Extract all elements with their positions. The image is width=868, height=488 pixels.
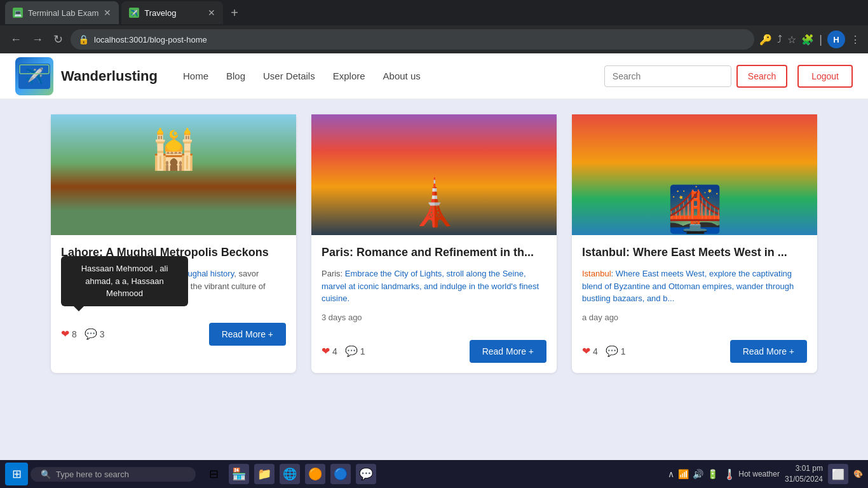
taskbar-app-icons: ⊟ 🏪 📁 🌐 🟠 🔵 💬 — [203, 464, 376, 484]
search-input[interactable] — [604, 65, 731, 87]
comment-area-istanbul[interactable]: 💬 1 — [606, 345, 626, 357]
nav-user-details[interactable]: User Details — [263, 71, 315, 81]
card-meta-istanbul: a day ago — [582, 313, 807, 322]
comment-area-paris[interactable]: 💬 1 — [345, 345, 365, 357]
show-desktop-button[interactable]: ⬜ — [828, 464, 848, 484]
like-count-lahore: 8 — [72, 329, 77, 339]
system-tray: ∧ 📶 🔊 🔋 — [668, 469, 718, 479]
card-meta-paris: 3 days ago — [322, 313, 546, 322]
excerpt-link-paris[interactable]: Embrace the City of Lights, stroll along… — [322, 269, 539, 303]
like-area-lahore[interactable]: ❤ 8 — [61, 328, 77, 340]
profile-icon[interactable]: H — [827, 30, 845, 48]
app-content: ✈️ Wanderlusting Home Blog User Details … — [0, 53, 868, 460]
comment-icon-paris: 💬 — [345, 345, 358, 357]
logo-image: ✈️ — [15, 57, 53, 95]
taskbar-icon-whatsapp[interactable]: 💬 — [356, 464, 376, 484]
heart-icon-istanbul: ❤ — [582, 345, 590, 357]
card-image-istanbul — [572, 114, 817, 235]
comment-count-paris: 1 — [360, 346, 365, 356]
browser-nav-bar: ← → ↻ 🔒 localhost:3001/blog-post-home 🔑 … — [0, 25, 868, 53]
like-count-paris: 4 — [332, 346, 337, 356]
url-text: localhost:3001/blog-post-home — [94, 35, 207, 44]
tab-travelog[interactable]: ✈️ Travelog ✕ — [121, 1, 223, 24]
nav-blog[interactable]: Blog — [226, 71, 245, 81]
extension-icon[interactable]: 🧩 — [801, 34, 814, 46]
app-header: ✈️ Wanderlusting Home Blog User Details … — [0, 53, 868, 99]
start-button[interactable]: ⊞ — [5, 463, 28, 485]
taskbar-search-text: Type here to search — [56, 470, 129, 479]
tray-up-arrow[interactable]: ∧ — [668, 469, 674, 479]
comment-count-lahore: 3 — [100, 329, 105, 339]
star-icon[interactable]: ☆ — [787, 34, 796, 46]
address-bar[interactable]: 🔒 localhost:3001/blog-post-home — [71, 29, 754, 50]
read-more-lahore[interactable]: Read More + — [209, 323, 286, 346]
heart-icon-paris: ❤ — [322, 345, 330, 357]
weather-widget: 🌡️ Hot weather — [723, 468, 780, 480]
comment-icon-istanbul: 💬 — [606, 345, 618, 357]
thermometer-icon: 🌡️ — [723, 468, 736, 480]
nav-explore[interactable]: Explore — [333, 71, 365, 81]
nav-home[interactable]: Home — [183, 71, 208, 81]
tab-bar: 💻 Terminal Lab Exam ✕ ✈️ Travelog ✕ + — [0, 0, 868, 25]
taskbar-icon-task-view[interactable]: ⊟ — [203, 464, 224, 484]
new-tab-button[interactable]: + — [226, 6, 243, 20]
tab-favicon-travelog: ✈️ — [129, 8, 139, 18]
taskbar-icon-files[interactable]: 📁 — [254, 464, 275, 484]
card-image-lahore — [51, 114, 296, 235]
browser-window: 💻 Terminal Lab Exam ✕ ✈️ Travelog ✕ + ← … — [0, 0, 868, 488]
comment-area-lahore[interactable]: 💬 3 — [85, 328, 105, 340]
card-image-paris — [311, 114, 557, 235]
back-button[interactable]: ← — [8, 30, 24, 49]
browser-actions: 🔑 ⤴ ☆ 🧩 | H ⋮ — [759, 30, 860, 48]
main-content: Lahore: A Mughal Metropolis Beckons Laho… — [0, 99, 868, 460]
tab-close-travelog[interactable]: ✕ — [208, 8, 215, 18]
like-area-istanbul[interactable]: ❤ 4 — [582, 345, 598, 357]
tray-battery-icon: 🔋 — [707, 469, 718, 479]
tab-close-terminal[interactable]: ✕ — [104, 8, 111, 18]
logo-area: ✈️ Wanderlusting — [15, 57, 158, 95]
menu-icon[interactable]: ⋮ — [850, 34, 860, 46]
taskbar-right: ∧ 📶 🔊 🔋 🌡️ Hot weather 3:01 pm 31/05/202… — [668, 463, 863, 485]
taskbar-search-icon: 🔍 — [41, 470, 51, 479]
card-footer-lahore: ❤ 8 💬 3 Read More + — [51, 323, 296, 356]
tab-label-travelog: Travelog — [144, 8, 176, 18]
excerpt-link-mughal[interactable]: Mughal history — [181, 269, 234, 278]
clock-time: 3:01 pm — [785, 463, 823, 474]
main-nav: Home Blog User Details Explore About us — [183, 71, 421, 81]
separator: | — [819, 33, 822, 46]
taskbar-search[interactable]: 🔍 Type here to search — [31, 467, 196, 482]
tab-terminal[interactable]: 💻 Terminal Lab Exam ✕ — [5, 1, 119, 24]
clock-date: 31/05/2024 — [785, 474, 823, 485]
taskbar-icon-store[interactable]: 🏪 — [229, 464, 249, 484]
taskbar-icon-firefox[interactable]: 🟠 — [305, 464, 325, 484]
read-more-istanbul[interactable]: Read More + — [730, 340, 807, 363]
search-button[interactable]: Search — [736, 65, 787, 88]
color-icon: 🎨 — [853, 470, 863, 478]
card-title-istanbul: Istanbul: Where East Meets West in ... — [582, 245, 807, 260]
weather-label: Hot weather — [738, 470, 780, 478]
card-footer-paris: ❤ 4 💬 1 Read More + — [311, 340, 557, 373]
excerpt-link-istanbul[interactable]: Istanbul — [582, 269, 611, 278]
key-icon[interactable]: 🔑 — [759, 34, 772, 46]
share-icon[interactable]: ⤴ — [777, 34, 782, 45]
search-area: Search — [604, 65, 787, 88]
blog-card-istanbul: Istanbul: Where East Meets West in ... I… — [572, 114, 817, 373]
tab-label-terminal: Terminal Lab Exam — [28, 8, 98, 18]
tray-volume-icon: 🔊 — [693, 469, 703, 479]
read-more-paris[interactable]: Read More + — [470, 340, 546, 363]
like-area-paris[interactable]: ❤ 4 — [322, 345, 337, 357]
forward-button[interactable]: → — [29, 30, 46, 49]
tray-wifi-icon: 📶 — [678, 469, 689, 479]
card-excerpt-paris: Paris: Embrace the City of Lights, strol… — [322, 268, 546, 305]
reload-button[interactable]: ↻ — [51, 30, 65, 49]
taskbar-clock: 3:01 pm 31/05/2024 — [785, 463, 823, 485]
svg-text:✈️: ✈️ — [25, 67, 44, 85]
like-count-istanbul: 4 — [593, 346, 598, 356]
site-title: Wanderlusting — [61, 68, 158, 85]
taskbar-icon-vscode[interactable]: 🔵 — [330, 464, 351, 484]
tooltip-authors: Hassaan Mehmood , ali ahmad, a a, Hassaa… — [61, 256, 188, 306]
taskbar-icon-chrome[interactable]: 🌐 — [280, 464, 300, 484]
taskbar: ⊞ 🔍 Type here to search ⊟ 🏪 📁 🌐 🟠 🔵 💬 ∧ … — [0, 460, 868, 488]
logout-button[interactable]: Logout — [797, 65, 853, 88]
nav-about-us[interactable]: About us — [383, 71, 421, 81]
